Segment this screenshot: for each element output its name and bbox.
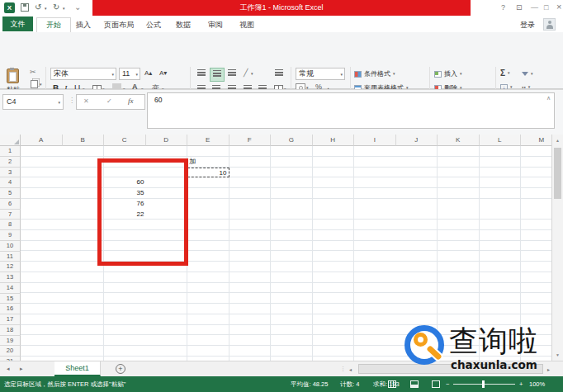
column-header-G[interactable]: G [271, 135, 313, 146]
sign-in-link[interactable]: 登录 [520, 17, 535, 32]
font-name-select[interactable]: 宋体▾ [50, 68, 116, 80]
paste-icon[interactable] [7, 68, 19, 83]
row-header-1[interactable]: 1 [0, 146, 21, 157]
column-header-A[interactable]: A [21, 135, 63, 146]
formula-bar-splitter[interactable]: ⋮ [69, 97, 75, 104]
row-header-19[interactable]: 19 [0, 336, 21, 347]
redo-dropdown-icon[interactable]: ▾ [63, 7, 65, 11]
page-layout-view-icon[interactable] [410, 380, 419, 388]
cell-E3[interactable]: 10 [187, 168, 229, 178]
qat-customize-icon[interactable]: ⌄ [74, 2, 81, 12]
font-size-select[interactable]: 11▾ [119, 68, 140, 80]
column-header-M[interactable]: M [521, 135, 551, 146]
tab-view[interactable]: 视图 [239, 17, 254, 32]
minimize-icon[interactable]: — [531, 3, 538, 12]
row-header-3[interactable]: 3 [0, 168, 21, 178]
row-header-12[interactable]: 12 [0, 262, 21, 272]
zoom-in-button[interactable]: + [519, 376, 523, 392]
column-header-I[interactable]: I [354, 135, 396, 146]
column-header-F[interactable]: F [229, 135, 272, 146]
row-header-7[interactable]: 7 [0, 210, 21, 220]
formula-input[interactable]: 60 ∧ [147, 92, 555, 129]
new-sheet-button[interactable]: + [116, 364, 125, 374]
tab-data[interactable]: 数据 [176, 17, 191, 32]
normal-view-icon[interactable] [388, 380, 396, 388]
row-header-18[interactable]: 18 [0, 325, 21, 336]
next-sheet-icon[interactable]: ▸ [20, 366, 23, 372]
excel-app-icon[interactable]: X [4, 2, 15, 13]
close-icon[interactable]: × [556, 2, 561, 12]
tab-insert[interactable]: 插入 [76, 17, 91, 32]
cut-icon[interactable]: ✂ [30, 68, 36, 76]
hscroll-left-icon[interactable]: ◂ [349, 366, 352, 372]
row-header-10[interactable]: 10 [0, 241, 21, 252]
enter-icon[interactable]: ✓ [106, 97, 112, 105]
row-header-14[interactable]: 14 [0, 283, 21, 294]
row-header-2[interactable]: 2 [0, 157, 21, 168]
row-header-5[interactable]: 5 [0, 188, 21, 199]
tab-page-layout[interactable]: 页面布局 [104, 17, 134, 32]
orientation-dropdown-icon[interactable]: ▾ [251, 72, 253, 76]
copy-dropdown-icon[interactable]: ▾ [40, 83, 42, 87]
page-break-view-icon[interactable] [432, 380, 440, 388]
row-header-4[interactable]: 4 [0, 177, 21, 188]
row-header-16[interactable]: 16 [0, 304, 21, 314]
row-header-20[interactable]: 20 [0, 346, 21, 357]
middle-align-button[interactable] [210, 68, 225, 82]
bottom-align-button[interactable] [225, 68, 239, 80]
row-header-6[interactable]: 6 [0, 199, 21, 210]
column-header-J[interactable]: J [396, 135, 438, 146]
row-header-9[interactable]: 9 [0, 230, 21, 241]
tab-home[interactable]: 开始 [36, 17, 71, 32]
column-header-B[interactable]: B [63, 135, 105, 146]
insert-function-icon[interactable]: fx [128, 97, 134, 105]
column-header-H[interactable]: H [313, 135, 355, 146]
cancel-icon[interactable]: ✕ [83, 97, 89, 105]
formula-bar-collapse-icon[interactable]: ∧ [546, 95, 551, 102]
column-header-D[interactable]: D [146, 135, 188, 146]
fill-color-icon[interactable] [112, 83, 121, 88]
save-icon[interactable] [21, 3, 29, 12]
grow-font-button[interactable]: A▴ [144, 69, 152, 77]
column-header-E[interactable]: E [187, 135, 229, 146]
help-icon[interactable]: ? [501, 3, 505, 12]
row-header-15[interactable]: 15 [0, 294, 21, 305]
number-format-dropdown-icon[interactable]: ▾ [340, 73, 343, 77]
scroll-up-icon[interactable]: ▲ [552, 138, 563, 143]
copy-icon[interactable] [31, 80, 38, 88]
undo-icon[interactable]: ↺ [35, 2, 41, 12]
row-header-13[interactable]: 13 [0, 272, 21, 283]
sort-filter-button[interactable]: ▾ [522, 68, 533, 79]
wrap-text-button[interactable] [272, 68, 286, 80]
tab-splitter[interactable]: ⋮ [340, 366, 346, 372]
column-header-K[interactable]: K [438, 135, 480, 146]
zoom-slider-thumb[interactable] [482, 380, 485, 388]
column-header-L[interactable]: L [480, 135, 522, 146]
orientation-icon[interactable]: ╱ [244, 69, 248, 77]
row-header-11[interactable]: 11 [0, 252, 21, 262]
column-header-C[interactable]: C [104, 135, 146, 146]
insert-cells-button[interactable]: 插入▾ [434, 68, 462, 79]
tab-formulas[interactable]: 公式 [146, 17, 161, 32]
prev-sheet-icon[interactable]: ◂ [7, 366, 10, 372]
account-avatar[interactable] [543, 18, 556, 31]
select-all-corner[interactable] [0, 135, 21, 146]
vertical-scroll-thumb[interactable] [554, 148, 561, 199]
number-format-select[interactable]: 常规▾ [296, 68, 345, 80]
top-align-button[interactable] [195, 68, 208, 80]
name-box[interactable]: C4 ▾ [2, 94, 64, 110]
font-size-dropdown-icon[interactable]: ▾ [135, 73, 138, 77]
undo-dropdown-icon[interactable]: ▾ [45, 7, 47, 11]
ribbon-options-icon[interactable]: ⊡ [516, 3, 523, 12]
row-header-8[interactable]: 8 [0, 220, 21, 230]
tab-file[interactable]: 文件 [2, 17, 33, 31]
maximize-icon[interactable]: □ [544, 3, 548, 12]
zoom-out-button[interactable]: − [446, 376, 449, 392]
autosum-button[interactable]: Σ ▾ [500, 68, 510, 78]
shrink-font-button[interactable]: A▾ [159, 69, 167, 77]
cell-E2[interactable]: 加 [187, 157, 229, 168]
zoom-level[interactable]: 100% [529, 376, 545, 392]
row-header-17[interactable]: 17 [0, 314, 21, 325]
name-box-dropdown-icon[interactable]: ▾ [58, 101, 60, 105]
tab-review[interactable]: 审阅 [208, 17, 223, 32]
